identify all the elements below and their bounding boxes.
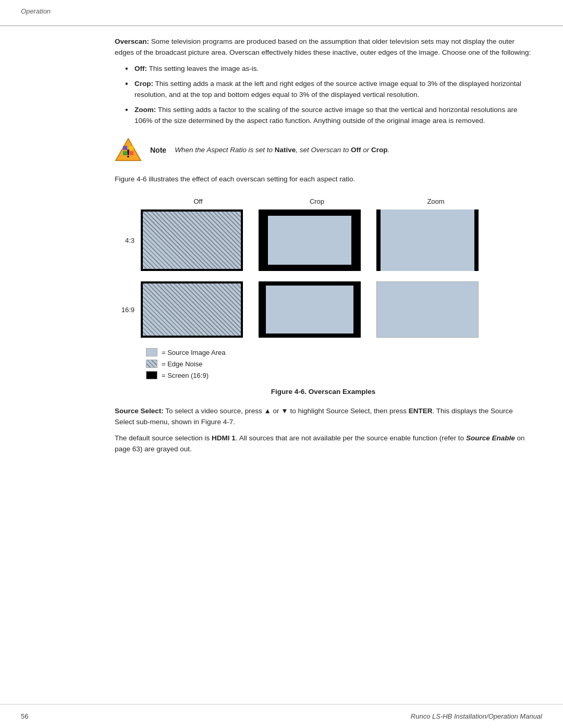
list-item-zoom: Zoom: This setting adds a factor to the …: [125, 105, 532, 127]
off-term: Off:: [134, 65, 147, 72]
col-header-zoom: Zoom: [384, 198, 488, 205]
image-43-zoom: [381, 209, 474, 271]
off-text: This setting leaves the image as-is.: [149, 65, 259, 72]
main-content: Overscan: Some television programs are p…: [115, 0, 532, 502]
header-label: Operation: [21, 7, 51, 15]
crop-term: Crop:: [134, 80, 153, 88]
page: Operation Overscan: Some television prog…: [0, 0, 563, 728]
bullet-list: Off: This setting leaves the image as-is…: [125, 64, 532, 127]
screen-43-zoom: [376, 209, 479, 271]
row-label-43: 4:3: [115, 237, 141, 244]
note-box: ! Note When the Aspect Ratio is set to N…: [115, 137, 532, 164]
note-off-word: Off: [351, 146, 361, 154]
footer-manual-title: Runco LS-HB Installation/Operation Manua…: [411, 712, 542, 720]
note-italic: When the Aspect Ratio is set to Native, …: [175, 146, 389, 154]
diagram-headers: Off Crop Zoom: [141, 198, 532, 205]
row-43: 4:3: [115, 209, 532, 271]
legend-item-blue: = Source Image Area: [146, 348, 532, 356]
note-native: Native: [275, 146, 296, 154]
legend-swatch-screen: [146, 371, 157, 379]
screen-169-zoom: [376, 281, 479, 338]
header-bar: Operation: [0, 0, 563, 26]
source-select-text2: The default source selection is HDMI 1. …: [115, 434, 524, 453]
overscan-paragraph: Overscan: Some television programs are p…: [115, 36, 532, 58]
hatch-169-off: [143, 283, 241, 336]
warning-icon: !: [115, 137, 142, 164]
footer-page-number: 56: [21, 712, 28, 720]
note-label-word: Note: [150, 146, 166, 154]
source-select-text: To select a video source, press ▲ or ▼ t…: [115, 407, 513, 426]
overscan-term: Overscan:: [115, 38, 149, 45]
row-label-169: 16:9: [115, 306, 141, 314]
image-43-crop: [268, 216, 351, 265]
image-169-crop: [266, 286, 353, 334]
screen-43-crop: [259, 209, 361, 271]
note-label-wrapper: Note: [150, 146, 166, 154]
zoom-term: Zoom:: [134, 106, 156, 114]
svg-rect-3: [129, 151, 133, 155]
screen-169-off: [141, 281, 243, 338]
screen-169-crop: [259, 281, 361, 338]
legend-item-hatch: = Edge Noise: [146, 360, 532, 368]
svg-rect-4: [123, 146, 127, 150]
note-crop-word: Crop: [371, 146, 388, 154]
source-enable-link: Source Enable: [466, 434, 515, 442]
legend: = Source Image Area = Edge Noise = Scree…: [146, 348, 532, 379]
hatch-43-off: [143, 212, 241, 269]
legend-swatch-source-image: [146, 348, 157, 356]
overscan-intro-text: Some television programs are produced ba…: [115, 38, 531, 56]
enter-key: ENTER: [409, 407, 433, 415]
legend-label-black: = Screen (16:9): [162, 372, 209, 379]
note-text: When the Aspect Ratio is set to Native, …: [175, 145, 389, 155]
source-select-paragraph: Source Select: To select a video source,…: [115, 406, 532, 428]
legend-swatch-edge-noise: [146, 360, 157, 368]
legend-label-blue: = Source Image Area: [162, 349, 226, 356]
legend-label-hatch: = Edge Noise: [162, 360, 202, 368]
svg-rect-5: [129, 146, 133, 150]
hdmi1-label: HDMI 1: [212, 434, 236, 442]
screen-43-off: [141, 209, 243, 271]
figure-intro: Figure 4-6 illustrates the effect of eac…: [115, 174, 532, 185]
crop-text: This setting adds a mask at the left and…: [134, 80, 521, 98]
row-169: 16:9: [115, 281, 532, 338]
svg-rect-2: [123, 151, 127, 155]
source-select-para2: The default source selection is HDMI 1. …: [115, 433, 532, 455]
footer-bar: 56 Runco LS-HB Installation/Operation Ma…: [0, 704, 563, 728]
legend-item-black: = Screen (16:9): [146, 371, 532, 379]
zoom-text: This setting adds a factor to the scalin…: [134, 106, 517, 125]
figure-caption: Figure 4-6. Overscan Examples: [115, 388, 532, 396]
diagram-container: Off Crop Zoom 4:3: [115, 198, 532, 338]
list-item-crop: Crop: This setting adds a mask at the le…: [125, 79, 532, 101]
col-header-off: Off: [146, 198, 250, 205]
source-select-term: Source Select:: [115, 407, 164, 415]
col-header-crop: Crop: [265, 198, 369, 205]
list-item-off: Off: This setting leaves the image as-is…: [125, 64, 532, 75]
